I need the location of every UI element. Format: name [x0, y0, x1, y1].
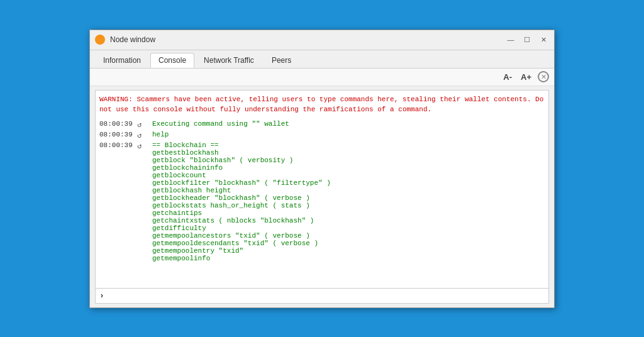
tab-information[interactable]: Information	[95, 53, 149, 68]
console-area: WARNING: Scammers have been active, tell…	[95, 90, 549, 304]
log-entry: 08:00:39↺== Blockchain == getbestblockha…	[99, 141, 545, 262]
log-time: 08:00:39	[99, 120, 137, 128]
window-controls: — ☐ ✕	[505, 34, 549, 45]
clear-console-button[interactable]: ✕	[538, 71, 549, 82]
log-entries: 08:00:39↺Executing command using "" wall…	[99, 120, 545, 262]
log-time: 08:00:39	[99, 131, 137, 138]
console-toolbar: A- A+ ✕	[90, 69, 554, 86]
log-content: Executing command using "" wallet	[152, 120, 289, 128]
log-icon: ↺	[137, 141, 150, 151]
window-title: Node window	[110, 35, 505, 44]
minimize-button[interactable]: —	[505, 34, 516, 45]
log-content: == Blockchain == getbestblockhash getblo…	[152, 141, 331, 262]
close-icon: ✕	[541, 73, 547, 81]
tab-console[interactable]: Console	[150, 53, 194, 68]
log-time: 08:00:39	[99, 141, 137, 149]
warning-message: WARNING: Scammers have been active, tell…	[99, 94, 545, 115]
title-bar: Node window — ☐ ✕	[90, 30, 554, 50]
tab-peers[interactable]: Peers	[264, 53, 299, 68]
decrease-font-button[interactable]: A-	[501, 71, 514, 83]
console-input[interactable]	[108, 292, 545, 299]
log-entry: 08:00:39↺help	[99, 131, 545, 140]
close-button[interactable]: ✕	[538, 34, 549, 45]
app-icon	[95, 35, 105, 45]
input-row: ›	[96, 288, 548, 303]
log-content: help	[152, 131, 169, 138]
tab-network-traffic[interactable]: Network Traffic	[196, 53, 262, 68]
tab-bar: Information Console Network Traffic Peer…	[90, 50, 554, 69]
log-icon: ↺	[137, 120, 150, 130]
log-entry: 08:00:39↺Executing command using "" wall…	[99, 120, 545, 130]
maximize-button[interactable]: ☐	[521, 34, 533, 45]
console-output[interactable]: WARNING: Scammers have been active, tell…	[96, 91, 548, 288]
increase-font-button[interactable]: A+	[518, 71, 534, 83]
prompt-symbol: ›	[99, 291, 104, 301]
log-icon: ↺	[137, 131, 150, 140]
node-window: Node window — ☐ ✕ Information Console Ne…	[89, 30, 555, 308]
